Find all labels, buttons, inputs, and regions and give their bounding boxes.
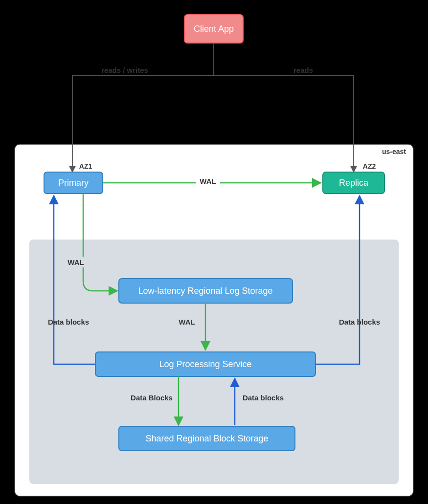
edge-primary-logstore-label: WAL: [68, 258, 84, 266]
az2-label: AZ2: [363, 162, 376, 170]
edge-logsvc-primary-label: Data blocks: [48, 318, 89, 326]
svg-text:Client App: Client App: [194, 24, 234, 34]
svg-text:Low-latency Regional Log Stora: Low-latency Regional Log Storage: [138, 286, 272, 296]
region-label: us-east: [382, 148, 406, 155]
svg-text:Replica: Replica: [339, 178, 369, 188]
edge-logsvc-replica-label: Data blocks: [339, 318, 380, 326]
log-svc-node: Log Processing Service: [95, 352, 315, 376]
edge-block-logsvc-label: Data blocks: [243, 394, 284, 402]
replica-node: Replica: [323, 172, 384, 194]
primary-node: Primary: [44, 172, 103, 194]
svg-text:Primary: Primary: [58, 178, 89, 188]
edge-client-primary-label: reads / writes: [101, 66, 148, 74]
client-app-node: Client App: [184, 15, 243, 43]
edge-primary-replica-label: WAL: [200, 177, 216, 185]
architecture-diagram: us-east Client App reads / writes reads …: [0, 0, 428, 504]
svg-text:Log Processing Service: Log Processing Service: [159, 359, 251, 369]
block-storage-node: Shared Regional Block Storage: [119, 426, 295, 451]
log-storage-node: Low-latency Regional Log Storage: [119, 279, 293, 303]
svg-text:Shared Regional Block Storage: Shared Regional Block Storage: [145, 434, 268, 443]
edge-logstore-logsvc-label: WAL: [179, 318, 195, 326]
az1-label: AZ1: [79, 162, 92, 170]
edge-logsvc-block-label: Data Blocks: [131, 394, 173, 402]
edge-client-replica-label: reads: [293, 66, 313, 74]
